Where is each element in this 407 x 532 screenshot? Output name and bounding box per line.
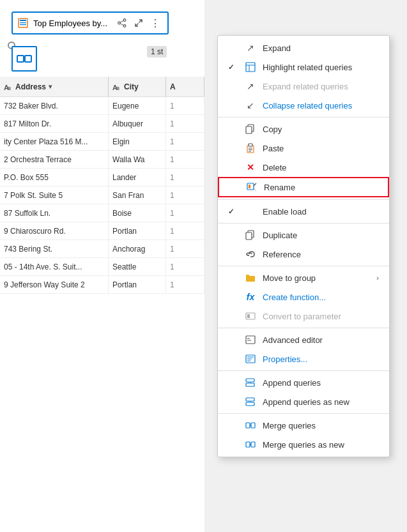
city-cell: Seattle [109, 258, 166, 275]
svg-rect-21 [246, 126, 252, 133]
extra-cell: 1 [166, 204, 204, 222]
address-cell: 732 Baker Blvd. [0, 97, 109, 114]
address-cell: 817 Milton Dr. [0, 115, 109, 132]
address-cell: 05 - 14th Ave. S. Suit... [0, 258, 109, 275]
menu-icon-convert-param [245, 311, 256, 321]
extra-cell: 1 [166, 222, 204, 239]
menu-label-merge-queries-new: Merge queries as new [263, 440, 379, 450]
address-cell: 2 Orchestra Terrace [0, 151, 109, 168]
menu-label-append-queries: Append queries [263, 378, 379, 388]
menu-check-enable-load: ✓ [228, 207, 238, 216]
address-cell: P.O. Box 555 [0, 169, 109, 186]
svg-rect-46 [246, 398, 254, 401]
svg-rect-54 [251, 442, 255, 447]
query-tab-icon [18, 17, 29, 29]
menu-label-reference: Reference [263, 250, 379, 259]
city-cell: Elgin [109, 133, 166, 150]
menu-item-convert-param: Convert to parameter [218, 307, 389, 326]
extra-cell: 1 [166, 258, 204, 275]
menu-label-create-function: Create function... [263, 293, 379, 302]
extra-cell: 1 [166, 240, 204, 257]
extra-cell: 1 [166, 276, 204, 293]
city-cell: Anchorag [109, 240, 166, 257]
table-row: 9 Jefferson Way Suite 2 Portlan 1 [0, 276, 204, 294]
share-icon[interactable] [115, 16, 129, 30]
menu-item-merge-queries[interactable]: Merge queries [218, 416, 389, 435]
menu-icon-append-queries-new [245, 397, 256, 407]
menu-item-append-queries-new[interactable]: Append queries as new [218, 392, 389, 411]
menu-item-properties[interactable]: Properties... [218, 349, 389, 369]
address-cell: 9 Jefferson Way Suite 2 [0, 276, 109, 293]
table-header: A B Address ▾ A B City A [0, 77, 204, 97]
svg-rect-32 [246, 232, 252, 239]
table-row: 817 Milton Dr. Albuquer 1 [0, 115, 204, 133]
menu-icon-properties [245, 354, 256, 364]
context-menu: ↗Expand✓ Highlight related queries↗Expan… [217, 35, 390, 457]
menu-item-copy[interactable]: Copy [218, 119, 389, 139]
address-cell: 743 Bering St. [0, 240, 109, 257]
query-tab-title: Top Employees by... [33, 19, 107, 28]
table-row: 2 Orchestra Terrace Walla Wa 1 [0, 151, 204, 169]
menu-item-highlight[interactable]: ✓ Highlight related queries [218, 57, 389, 77]
menu-separator [218, 328, 389, 328]
menu-label-enable-load: Enable load [263, 207, 379, 217]
table-row: 7 Polk St. Suite 5 San Fran 1 [0, 186, 204, 204]
address-column-header: A B Address ▾ [0, 77, 109, 96]
menu-submenu-chevron-move-to-group: › [376, 274, 379, 282]
svg-text:B: B [8, 86, 11, 91]
step-badge: 1 st [147, 46, 167, 57]
svg-rect-12 [25, 56, 31, 62]
table-row: P.O. Box 555 Lander 1 [0, 169, 204, 186]
city-cell: Walla Wa [109, 151, 166, 168]
menu-items-container: ↗Expand✓ Highlight related queries↗Expan… [218, 38, 389, 454]
menu-item-expand[interactable]: ↗Expand [218, 38, 389, 57]
more-options-icon[interactable]: ⋮ [148, 16, 162, 30]
menu-item-rename[interactable]: Rename [218, 177, 389, 197]
extra-cell: 1 [166, 133, 204, 150]
table-row: 743 Bering St. Anchorag 1 [0, 240, 204, 258]
menu-item-append-queries[interactable]: Append queries [218, 373, 389, 392]
svg-rect-2 [20, 22, 26, 23]
menu-icon-reference [245, 249, 256, 259]
menu-item-advanced-editor[interactable]: Advanced editor [218, 330, 389, 349]
menu-item-move-to-group[interactable]: Move to group› [218, 268, 389, 287]
city-cell: Boise [109, 204, 166, 222]
menu-item-create-function[interactable]: fxCreate function... [218, 287, 389, 307]
svg-rect-1 [20, 20, 26, 21]
menu-item-paste[interactable]: Paste [218, 139, 389, 158]
menu-separator [218, 413, 389, 414]
menu-icon-rename [246, 182, 257, 192]
extra-cell: 1 [166, 97, 204, 114]
svg-rect-11 [17, 56, 24, 62]
menu-icon-expand: ↗ [245, 43, 256, 53]
menu-item-delete[interactable]: ✕Delete [218, 158, 389, 177]
menu-item-enable-load[interactable]: ✓Enable load [218, 202, 389, 221]
menu-item-reference[interactable]: Reference [218, 245, 389, 264]
data-table: A B Address ▾ A B City A 732 Baker Blvd.… [0, 77, 204, 532]
menu-label-rename: Rename [264, 183, 378, 192]
address-cell: 7 Polk St. Suite 5 [0, 186, 109, 204]
menu-label-append-queries-new: Append queries as new [263, 397, 379, 407]
extra-cell: 1 [166, 169, 204, 186]
svg-rect-50 [246, 423, 250, 428]
table-row: 87 Suffolk Ln. Boise 1 [0, 204, 204, 222]
svg-rect-47 [246, 402, 254, 406]
menu-item-duplicate[interactable]: Duplicate [218, 225, 389, 245]
menu-icon-merge-queries [245, 420, 256, 430]
query-tab[interactable]: Top Employees by... ⋮ [12, 11, 169, 34]
city-cell: San Fran [109, 186, 166, 204]
menu-item-collapse-related[interactable]: ↙Collapse related queries [218, 96, 389, 115]
svg-rect-23 [249, 144, 252, 146]
menu-label-convert-param: Convert to parameter [263, 312, 379, 321]
menu-separator [218, 223, 389, 224]
svg-rect-34 [247, 314, 250, 318]
menu-label-expand-related: Expand related queries [263, 82, 379, 91]
menu-icon-expand-related: ↗ [245, 81, 256, 91]
city-cell: Lander [109, 169, 166, 186]
menu-label-copy: Copy [263, 125, 379, 134]
menu-check-highlight: ✓ [228, 63, 238, 72]
expand-icon[interactable] [132, 16, 146, 30]
city-cell: Eugene [109, 97, 166, 114]
address-dropdown-icon[interactable]: ▾ [49, 83, 52, 90]
menu-item-merge-queries-new[interactable]: Merge queries as new [218, 435, 389, 454]
